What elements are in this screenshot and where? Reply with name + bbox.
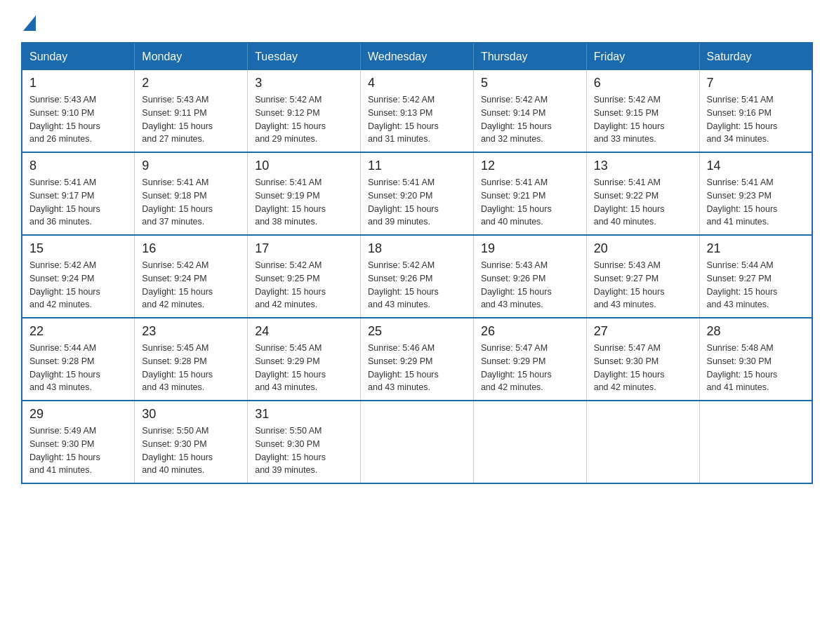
day-info: Sunrise: 5:42 AMSunset: 9:24 PMDaylight:… (29, 259, 127, 311)
day-info: Sunrise: 5:42 AMSunset: 9:12 PMDaylight:… (255, 93, 353, 146)
calendar-cell: 31Sunrise: 5:50 AMSunset: 9:30 PMDayligh… (248, 401, 361, 483)
calendar-cell (473, 401, 586, 483)
day-number: 29 (29, 407, 127, 422)
header-tuesday: Tuesday (248, 43, 361, 70)
calendar-cell: 3Sunrise: 5:42 AMSunset: 9:12 PMDaylight… (248, 70, 361, 152)
calendar-cell: 13Sunrise: 5:41 AMSunset: 9:22 PMDayligh… (586, 152, 699, 235)
calendar-table: SundayMondayTuesdayWednesdayThursdayFrid… (21, 42, 813, 484)
day-info: Sunrise: 5:50 AMSunset: 9:30 PMDaylight:… (255, 424, 353, 477)
header (21, 14, 813, 28)
day-number: 11 (368, 159, 466, 173)
day-number: 17 (255, 241, 353, 256)
header-monday: Monday (135, 43, 248, 70)
day-info: Sunrise: 5:41 AMSunset: 9:20 PMDaylight:… (368, 176, 466, 229)
calendar-cell: 6Sunrise: 5:42 AMSunset: 9:15 PMDaylight… (586, 70, 699, 152)
calendar-cell: 27Sunrise: 5:47 AMSunset: 9:30 PMDayligh… (586, 318, 699, 401)
header-sunday: Sunday (22, 43, 135, 70)
day-number: 18 (368, 241, 466, 256)
header-friday: Friday (586, 43, 699, 70)
calendar-cell: 5Sunrise: 5:42 AMSunset: 9:14 PMDaylight… (473, 70, 586, 152)
day-number: 28 (707, 324, 805, 339)
day-info: Sunrise: 5:48 AMSunset: 9:30 PMDaylight:… (707, 342, 805, 394)
day-number: 24 (255, 324, 353, 339)
calendar-cell (699, 401, 812, 483)
day-number: 3 (255, 76, 353, 90)
day-number: 31 (255, 407, 353, 422)
calendar-cell: 16Sunrise: 5:42 AMSunset: 9:24 PMDayligh… (135, 235, 248, 318)
day-number: 22 (29, 324, 127, 339)
calendar-cell: 9Sunrise: 5:41 AMSunset: 9:18 PMDaylight… (135, 152, 248, 235)
day-info: Sunrise: 5:46 AMSunset: 9:29 PMDaylight:… (368, 342, 466, 394)
day-info: Sunrise: 5:41 AMSunset: 9:21 PMDaylight:… (481, 176, 579, 229)
calendar-cell: 24Sunrise: 5:45 AMSunset: 9:29 PMDayligh… (248, 318, 361, 401)
day-number: 10 (255, 159, 353, 173)
day-number: 2 (142, 76, 240, 90)
calendar-cell: 21Sunrise: 5:44 AMSunset: 9:27 PMDayligh… (699, 235, 812, 318)
calendar-cell: 28Sunrise: 5:48 AMSunset: 9:30 PMDayligh… (699, 318, 812, 401)
day-number: 4 (368, 76, 466, 90)
calendar-cell (586, 401, 699, 483)
day-number: 14 (707, 159, 805, 173)
calendar-week-row: 1Sunrise: 5:43 AMSunset: 9:10 PMDaylight… (22, 70, 812, 152)
day-info: Sunrise: 5:49 AMSunset: 9:30 PMDaylight:… (29, 424, 127, 477)
day-number: 1 (29, 76, 127, 90)
calendar-cell: 19Sunrise: 5:43 AMSunset: 9:26 PMDayligh… (473, 235, 586, 318)
day-number: 8 (29, 159, 127, 173)
day-info: Sunrise: 5:41 AMSunset: 9:16 PMDaylight:… (707, 93, 805, 146)
header-saturday: Saturday (699, 43, 812, 70)
day-info: Sunrise: 5:50 AMSunset: 9:30 PMDaylight:… (142, 424, 240, 477)
day-number: 19 (481, 241, 579, 256)
day-info: Sunrise: 5:43 AMSunset: 9:10 PMDaylight:… (29, 93, 127, 146)
calendar-cell: 14Sunrise: 5:41 AMSunset: 9:23 PMDayligh… (699, 152, 812, 235)
calendar-cell: 10Sunrise: 5:41 AMSunset: 9:19 PMDayligh… (248, 152, 361, 235)
day-number: 16 (142, 241, 240, 256)
day-info: Sunrise: 5:42 AMSunset: 9:24 PMDaylight:… (142, 259, 240, 311)
day-info: Sunrise: 5:45 AMSunset: 9:28 PMDaylight:… (142, 342, 240, 394)
day-number: 21 (707, 241, 805, 256)
calendar-header-row: SundayMondayTuesdayWednesdayThursdayFrid… (22, 43, 812, 70)
calendar-week-row: 8Sunrise: 5:41 AMSunset: 9:17 PMDaylight… (22, 152, 812, 235)
day-info: Sunrise: 5:42 AMSunset: 9:14 PMDaylight:… (481, 93, 579, 146)
calendar-cell: 26Sunrise: 5:47 AMSunset: 9:29 PMDayligh… (473, 318, 586, 401)
calendar-cell: 1Sunrise: 5:43 AMSunset: 9:10 PMDaylight… (22, 70, 135, 152)
day-number: 25 (368, 324, 466, 339)
day-info: Sunrise: 5:41 AMSunset: 9:19 PMDaylight:… (255, 176, 353, 229)
calendar-cell: 8Sunrise: 5:41 AMSunset: 9:17 PMDaylight… (22, 152, 135, 235)
header-thursday: Thursday (473, 43, 586, 70)
day-info: Sunrise: 5:42 AMSunset: 9:15 PMDaylight:… (594, 93, 692, 146)
calendar-cell: 4Sunrise: 5:42 AMSunset: 9:13 PMDaylight… (361, 70, 474, 152)
day-info: Sunrise: 5:41 AMSunset: 9:18 PMDaylight:… (142, 176, 240, 229)
day-info: Sunrise: 5:43 AMSunset: 9:26 PMDaylight:… (481, 259, 579, 311)
calendar-cell: 18Sunrise: 5:42 AMSunset: 9:26 PMDayligh… (361, 235, 474, 318)
day-info: Sunrise: 5:44 AMSunset: 9:27 PMDaylight:… (707, 259, 805, 311)
calendar-cell: 25Sunrise: 5:46 AMSunset: 9:29 PMDayligh… (361, 318, 474, 401)
day-info: Sunrise: 5:47 AMSunset: 9:29 PMDaylight:… (481, 342, 579, 394)
calendar-week-row: 15Sunrise: 5:42 AMSunset: 9:24 PMDayligh… (22, 235, 812, 318)
calendar-cell: 12Sunrise: 5:41 AMSunset: 9:21 PMDayligh… (473, 152, 586, 235)
day-number: 12 (481, 159, 579, 173)
day-number: 20 (594, 241, 692, 256)
calendar-cell: 29Sunrise: 5:49 AMSunset: 9:30 PMDayligh… (22, 401, 135, 483)
logo-triangle-icon (23, 15, 36, 31)
day-info: Sunrise: 5:41 AMSunset: 9:22 PMDaylight:… (594, 176, 692, 229)
calendar-cell: 7Sunrise: 5:41 AMSunset: 9:16 PMDaylight… (699, 70, 812, 152)
day-info: Sunrise: 5:42 AMSunset: 9:26 PMDaylight:… (368, 259, 466, 311)
calendar-cell: 17Sunrise: 5:42 AMSunset: 9:25 PMDayligh… (248, 235, 361, 318)
day-info: Sunrise: 5:45 AMSunset: 9:29 PMDaylight:… (255, 342, 353, 394)
day-info: Sunrise: 5:42 AMSunset: 9:25 PMDaylight:… (255, 259, 353, 311)
day-number: 7 (707, 76, 805, 90)
day-number: 23 (142, 324, 240, 339)
logo (21, 14, 36, 28)
calendar-cell: 2Sunrise: 5:43 AMSunset: 9:11 PMDaylight… (135, 70, 248, 152)
day-number: 13 (594, 159, 692, 173)
day-number: 26 (481, 324, 579, 339)
day-info: Sunrise: 5:47 AMSunset: 9:30 PMDaylight:… (594, 342, 692, 394)
day-info: Sunrise: 5:44 AMSunset: 9:28 PMDaylight:… (29, 342, 127, 394)
calendar-cell: 20Sunrise: 5:43 AMSunset: 9:27 PMDayligh… (586, 235, 699, 318)
day-number: 15 (29, 241, 127, 256)
calendar-cell (361, 401, 474, 483)
day-info: Sunrise: 5:41 AMSunset: 9:17 PMDaylight:… (29, 176, 127, 229)
calendar-week-row: 22Sunrise: 5:44 AMSunset: 9:28 PMDayligh… (22, 318, 812, 401)
calendar-cell: 30Sunrise: 5:50 AMSunset: 9:30 PMDayligh… (135, 401, 248, 483)
day-info: Sunrise: 5:41 AMSunset: 9:23 PMDaylight:… (707, 176, 805, 229)
